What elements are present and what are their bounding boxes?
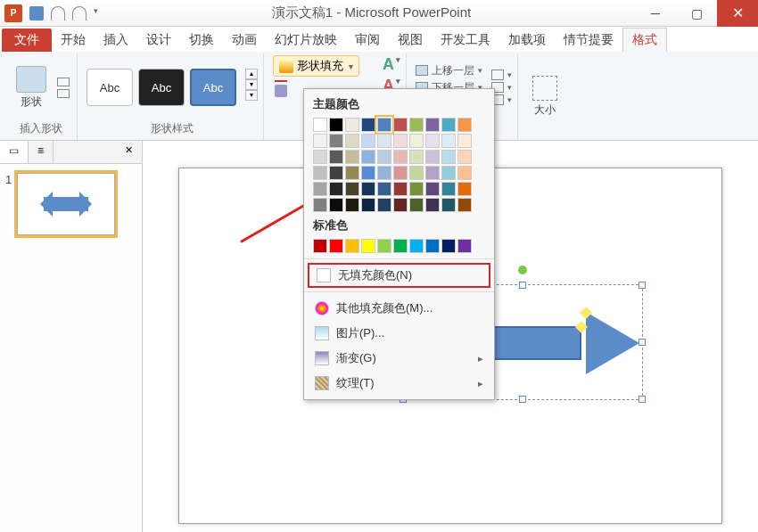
tab-view[interactable]: 视图 — [389, 29, 432, 52]
color-swatch[interactable] — [441, 239, 456, 253]
gallery-up-icon[interactable]: ▴ — [245, 69, 258, 79]
gallery-more-icon[interactable]: ▾ — [245, 90, 258, 101]
color-swatch[interactable] — [345, 150, 359, 164]
color-swatch[interactable] — [441, 198, 456, 212]
color-swatch[interactable] — [329, 118, 343, 132]
color-swatch[interactable] — [345, 239, 359, 253]
color-swatch[interactable] — [457, 150, 472, 164]
resize-handle-br[interactable] — [639, 396, 646, 403]
thumb-close-button[interactable]: ✕ — [116, 141, 142, 163]
color-swatch[interactable] — [425, 134, 440, 148]
color-swatch[interactable] — [377, 182, 391, 196]
tab-animations[interactable]: 动画 — [223, 29, 266, 52]
color-swatch[interactable] — [409, 118, 424, 132]
tab-file[interactable]: 文件 — [2, 29, 52, 52]
color-swatch[interactable] — [329, 150, 343, 164]
color-swatch[interactable] — [329, 134, 343, 148]
rotate-handle[interactable] — [518, 266, 527, 274]
color-swatch[interactable] — [457, 166, 472, 180]
color-swatch[interactable] — [409, 182, 424, 196]
color-swatch[interactable] — [313, 150, 327, 164]
color-swatch[interactable] — [361, 118, 375, 132]
style-gallery[interactable]: Abc Abc Abc ▴ ▾ ▾ — [87, 69, 258, 106]
color-swatch[interactable] — [345, 198, 359, 212]
thumb-tab-slides[interactable]: ▭ — [0, 141, 29, 163]
tab-insert[interactable]: 插入 — [95, 29, 137, 52]
color-swatch[interactable] — [425, 118, 440, 132]
color-swatch[interactable] — [377, 166, 391, 180]
tab-home[interactable]: 开始 — [52, 29, 95, 52]
gallery-down-icon[interactable]: ▾ — [245, 79, 258, 90]
tab-storyboard[interactable]: 情节提要 — [555, 29, 622, 52]
color-swatch[interactable] — [393, 118, 408, 132]
save-icon[interactable] — [29, 6, 44, 20]
close-button[interactable]: ✕ — [717, 0, 758, 27]
qat-dropdown-icon[interactable]: ▾ — [94, 6, 108, 20]
color-swatch[interactable] — [313, 239, 327, 253]
resize-handle-mr[interactable] — [639, 339, 646, 346]
tab-addins[interactable]: 加载项 — [499, 29, 555, 52]
color-swatch[interactable] — [361, 198, 375, 212]
color-swatch[interactable] — [441, 182, 456, 196]
color-swatch[interactable] — [409, 150, 424, 164]
color-swatch[interactable] — [361, 134, 375, 148]
color-swatch[interactable] — [345, 166, 359, 180]
color-swatch[interactable] — [329, 166, 343, 180]
color-swatch[interactable] — [361, 166, 375, 180]
color-swatch[interactable] — [313, 118, 327, 132]
color-swatch[interactable] — [409, 166, 424, 180]
shape-fill-button[interactable]: 形状填充 — [273, 55, 359, 77]
color-swatch[interactable] — [329, 198, 343, 212]
color-swatch[interactable] — [393, 150, 408, 164]
style-swatch-1[interactable]: Abc — [87, 69, 133, 106]
color-swatch[interactable] — [457, 118, 472, 132]
color-swatch[interactable] — [409, 239, 424, 253]
color-swatch[interactable] — [377, 198, 391, 212]
color-swatch[interactable] — [393, 239, 408, 253]
shape-effects-button[interactable] — [273, 84, 289, 98]
undo-icon[interactable] — [51, 6, 65, 20]
text-box-button[interactable] — [55, 88, 71, 99]
bring-forward-button[interactable]: 上移一层▾ — [416, 63, 482, 78]
color-swatch[interactable] — [361, 239, 375, 253]
color-swatch[interactable] — [345, 134, 359, 148]
color-swatch[interactable] — [425, 182, 440, 196]
gradient-fill-item[interactable]: 渐变(G) — [304, 346, 494, 371]
color-swatch[interactable] — [441, 134, 456, 148]
color-swatch[interactable] — [377, 134, 391, 148]
size-button[interactable]: 大小 — [527, 74, 563, 119]
color-swatch[interactable] — [377, 118, 391, 132]
tab-slideshow[interactable]: 幻灯片放映 — [266, 29, 346, 52]
tab-format[interactable]: 格式 — [622, 28, 667, 52]
resize-handle-bm[interactable] — [519, 396, 526, 403]
resize-handle-tm[interactable] — [519, 282, 526, 289]
style-swatch-3[interactable]: Abc — [190, 69, 236, 106]
color-swatch[interactable] — [345, 118, 359, 132]
style-swatch-2[interactable]: Abc — [138, 69, 185, 106]
thumb-tab-outline[interactable]: ≡ — [29, 141, 54, 163]
more-colors-item[interactable]: 其他填充颜色(M)... — [304, 296, 494, 321]
texture-fill-item[interactable]: 纹理(T) — [304, 371, 494, 396]
color-swatch[interactable] — [425, 198, 440, 212]
color-swatch[interactable] — [457, 134, 472, 148]
color-swatch[interactable] — [409, 198, 424, 212]
minimize-button[interactable]: ─ — [635, 0, 676, 27]
color-swatch[interactable] — [425, 150, 440, 164]
edit-shape-button[interactable] — [55, 77, 71, 87]
color-swatch[interactable] — [313, 166, 327, 180]
color-swatch[interactable] — [329, 239, 343, 253]
text-fill-button[interactable]: A▾ — [383, 55, 400, 74]
color-swatch[interactable] — [409, 134, 424, 148]
color-swatch[interactable] — [441, 150, 456, 164]
color-swatch[interactable] — [457, 239, 472, 253]
color-swatch[interactable] — [345, 182, 359, 196]
color-swatch[interactable] — [377, 150, 391, 164]
tab-transitions[interactable]: 切换 — [180, 29, 223, 52]
tab-review[interactable]: 审阅 — [346, 29, 389, 52]
picture-fill-item[interactable]: 图片(P)... — [304, 321, 494, 346]
color-swatch[interactable] — [313, 198, 327, 212]
color-swatch[interactable] — [313, 134, 327, 148]
color-swatch[interactable] — [425, 239, 440, 253]
shapes-button[interactable]: 形状 — [11, 64, 52, 111]
color-swatch[interactable] — [425, 166, 440, 180]
